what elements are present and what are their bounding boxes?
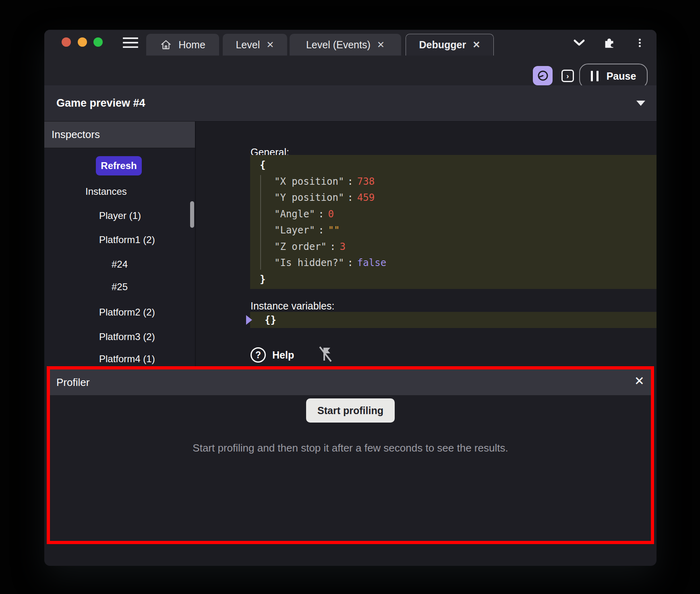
json-entry-x-position: "X position":738 [260, 173, 657, 190]
question-mark-icon: ? [251, 347, 266, 363]
tab-level[interactable]: Level ✕ [223, 34, 287, 56]
tab-label: Home [178, 39, 205, 51]
close-tab-icon[interactable]: ✕ [377, 40, 385, 50]
tab-level-events[interactable]: Level (Events) ✕ [290, 34, 401, 56]
game-preview-title: Game preview #4 [56, 97, 145, 109]
profiler-gauge-button[interactable] [533, 66, 553, 85]
title-bar: Home Level ✕ Level (Events) ✕ Debugger ✕ [44, 30, 657, 56]
console-icon: › [566, 72, 569, 80]
json-open-brace: { [260, 157, 657, 173]
collapse-caret-icon[interactable] [636, 101, 645, 106]
home-icon [160, 39, 172, 51]
more-options-kebab-icon[interactable] [632, 35, 647, 50]
debugger-content: Inspectors Refresh Instances Player (1) … [44, 122, 657, 367]
app-window: Home Level ✕ Level (Events) ✕ Debugger ✕ [44, 30, 657, 566]
tree-item-player[interactable]: Player (1) [99, 210, 141, 221]
profiler-header: Profiler ✕ [50, 369, 651, 395]
profiler-body: Start profiling Start profiling and then… [50, 395, 651, 541]
refresh-button[interactable]: Refresh [96, 156, 142, 175]
instance-variables-view: {} [250, 312, 657, 328]
console-button[interactable]: › [561, 70, 574, 82]
start-profiling-button[interactable]: Start profiling [306, 398, 395, 423]
pause-button[interactable]: Pause [579, 64, 648, 89]
tree-item-instance-24[interactable]: #24 [112, 259, 128, 270]
indent-guide [260, 175, 261, 270]
tree-item-instance-25[interactable]: #25 [112, 281, 128, 293]
pause-icon [591, 71, 599, 81]
extensions-puzzle-icon[interactable] [603, 35, 617, 50]
close-window-button[interactable] [62, 37, 71, 47]
json-close-brace: } [260, 271, 657, 288]
tab-label: Level (Events) [306, 39, 371, 51]
pause-label: Pause [607, 70, 636, 82]
chevron-down-icon[interactable] [572, 35, 586, 50]
profiler-title: Profiler [56, 376, 89, 389]
help-row: ? Help [251, 345, 333, 365]
tree-item-platform4[interactable]: Platform4 (1) [99, 353, 155, 365]
tree-item-platform1[interactable]: Platform1 (2) [99, 234, 155, 245]
tab-home[interactable]: Home [146, 34, 219, 56]
inspectors-sidebar: Inspectors Refresh Instances Player (1) … [44, 122, 196, 367]
tree-item-platform2[interactable]: Platform2 (2) [99, 307, 155, 318]
inspector-detail-panel: General: { "X position":738 "Y position"… [197, 122, 657, 367]
hamburger-menu-icon[interactable] [123, 37, 138, 48]
general-json-view: { "X position":738 "Y position":459 "Ang… [250, 155, 657, 289]
debugger-toolbar: › Pause [44, 56, 657, 85]
help-label: Help [272, 349, 294, 361]
expand-triangle-icon[interactable] [246, 315, 252, 325]
json-entry-layer: "Layer":"" [260, 222, 657, 239]
instance-variables-value: {} [265, 314, 276, 326]
tree-item-instances[interactable]: Instances [85, 186, 127, 197]
maximize-window-button[interactable] [93, 37, 103, 47]
json-entry-z-order: "Z order":3 [260, 239, 657, 255]
json-entry-is-hidden: "Is hidden?":false [260, 255, 657, 271]
tab-label: Level [236, 39, 260, 51]
picking-disabled-flag-icon[interactable] [318, 345, 333, 365]
tree-item-platform3[interactable]: Platform3 (2) [99, 331, 155, 342]
instance-variables-label: Instance variables: [251, 300, 334, 312]
sidebar-scrollbar[interactable] [190, 201, 194, 228]
json-entry-angle: "Angle":0 [260, 206, 657, 223]
json-entry-y-position: "Y position":459 [260, 190, 657, 206]
profiler-description: Start profiling and then stop it after a… [193, 442, 508, 454]
tab-label: Debugger [419, 39, 466, 51]
inspectors-header: Inspectors [44, 122, 195, 148]
help-button[interactable]: ? Help [251, 347, 294, 363]
close-tab-icon[interactable]: ✕ [266, 40, 274, 50]
close-tab-icon[interactable]: ✕ [472, 40, 480, 50]
gauge-icon [537, 70, 549, 82]
profiler-panel: Profiler ✕ Start profiling Start profili… [47, 366, 654, 544]
inspectors-title: Inspectors [52, 128, 100, 141]
close-profiler-icon[interactable]: ✕ [634, 375, 644, 387]
minimize-window-button[interactable] [78, 37, 87, 47]
game-preview-header[interactable]: Game preview #4 [44, 85, 657, 122]
tab-debugger[interactable]: Debugger ✕ [406, 34, 494, 56]
